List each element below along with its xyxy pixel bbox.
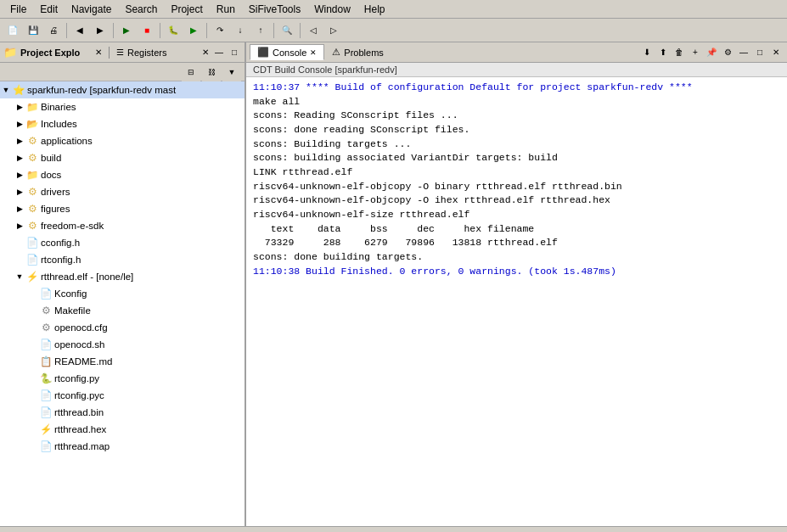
- tb-step-into[interactable]: ↓: [231, 21, 250, 40]
- menu-run[interactable]: Run: [210, 2, 242, 17]
- console-output[interactable]: 11:10:37 **** Build of configuration Def…: [246, 77, 787, 526]
- cconfig-label: cconfig.h: [41, 238, 241, 248]
- menu-navigate[interactable]: Navigate: [65, 2, 118, 17]
- tree-item-elf[interactable]: ▼ ⚡ rtthread.elf - [none/le]: [0, 268, 245, 285]
- main-container: 📁 Project Explo ✕ ☰ Registers ✕ — □ ⊟ ⛓ …: [0, 42, 787, 526]
- panel-minimize[interactable]: —: [212, 46, 226, 59]
- clear-console-btn[interactable]: 🗑: [672, 45, 687, 60]
- tb-run[interactable]: ▶: [184, 21, 203, 40]
- tb-stop[interactable]: ■: [138, 21, 156, 40]
- console-line: 11:10:37 **** Build of configuration Def…: [253, 81, 780, 95]
- tree-item-readme[interactable]: ▶ 📋 README.md: [0, 353, 245, 370]
- toolbar-sep-5: [273, 23, 274, 38]
- project-explorer-icon: 📁: [3, 46, 17, 59]
- tb-extra2[interactable]: ▷: [324, 21, 343, 40]
- tab-problems-label: Problems: [344, 48, 383, 58]
- elf-icon: ⚡: [25, 270, 39, 283]
- tree-item-rtconfigpyc[interactable]: ▶ 📄 rtconfig.pyc: [0, 387, 245, 404]
- collapse-all[interactable]: ⊟: [182, 63, 200, 81]
- tree-item-bin[interactable]: ▶ 📄 rtthread.bin: [0, 404, 245, 421]
- applications-icon: ⚙: [25, 134, 39, 148]
- toolbar-sep-4: [206, 23, 207, 38]
- tb-save[interactable]: 💾: [24, 21, 42, 40]
- drivers-label: drivers: [41, 187, 241, 197]
- project-explorer-close[interactable]: ✕: [95, 48, 102, 57]
- tree-item-docs[interactable]: ▶ 📁 docs: [0, 166, 245, 183]
- console-close[interactable]: ✕: [768, 45, 784, 60]
- tree-item-binaries[interactable]: ▶ 📁 Binaries: [0, 98, 245, 115]
- tb-next[interactable]: ▶: [91, 21, 110, 40]
- link-editor[interactable]: ⛓: [202, 63, 221, 81]
- tb-print[interactable]: 🖨: [44, 21, 63, 40]
- figures-label: figures: [41, 204, 241, 214]
- registers-close[interactable]: ✕: [202, 48, 209, 57]
- hex-icon: ⚡: [39, 423, 53, 436]
- menu-file[interactable]: File: [3, 2, 33, 17]
- tree-item-makefile[interactable]: ▶ ⚙ Makefile: [0, 302, 245, 319]
- pin-btn[interactable]: 📌: [704, 45, 719, 60]
- tab-console-label: Console: [273, 48, 306, 58]
- tab-console[interactable]: ⬛ Console ✕: [250, 44, 324, 60]
- tree-item-openocdsh[interactable]: ▶ 📄 openocd.sh: [0, 336, 245, 353]
- readme-icon: 📋: [39, 355, 53, 368]
- tree-item-freedom[interactable]: ▶ ⚙ freedom-e-sdk: [0, 217, 245, 234]
- scroll-down-btn[interactable]: ⬇: [639, 45, 655, 60]
- console-titlebar: CDT Build Console [sparkfun-redv]: [246, 63, 787, 77]
- tb-extra1[interactable]: ◁: [304, 21, 323, 40]
- tree-root[interactable]: ▼ ⭐ sparkfun-redv [sparkfun-redv mast: [0, 81, 245, 98]
- menu-window[interactable]: Window: [307, 2, 357, 17]
- toolbar-dropdown[interactable]: ▼: [222, 63, 241, 81]
- tb-build[interactable]: ▶: [117, 21, 136, 40]
- freedom-arrow: ▶: [14, 220, 25, 232]
- menu-help[interactable]: Help: [357, 2, 392, 17]
- tree-item-rtconfigh[interactable]: ▶ 📄 rtconfig.h: [0, 251, 245, 268]
- tree-item-figures[interactable]: ▶ ⚙ figures: [0, 200, 245, 217]
- makefile-label: Makefile: [54, 305, 241, 316]
- main-toolbar: 📄 💾 🖨 ◀ ▶ ▶ ■ 🐛 ▶ ↷ ↓ ↑ 🔍 ◁ ▷: [0, 19, 787, 42]
- tree-item-hex[interactable]: ▶ ⚡ rtthread.hex: [0, 421, 245, 438]
- tree-item-kconfig[interactable]: ▶ 📄 Kconfig: [0, 285, 245, 302]
- scroll-up-btn[interactable]: ⬆: [655, 45, 671, 60]
- bin-icon: 📄: [39, 406, 53, 419]
- root-arrow: ▼: [0, 84, 12, 96]
- console-maximize[interactable]: □: [752, 45, 767, 60]
- drivers-icon: ⚙: [25, 185, 39, 199]
- tree-item-applications[interactable]: ▶ ⚙ applications: [0, 132, 245, 149]
- build-icon: ⚙: [25, 151, 39, 165]
- rtconfigpy-icon: 🐍: [39, 372, 53, 385]
- menu-project[interactable]: Project: [164, 2, 209, 17]
- rtconfigpy-label: rtconfig.py: [54, 373, 241, 384]
- tb-step-out[interactable]: ↑: [251, 21, 270, 40]
- tb-prev[interactable]: ◀: [70, 21, 89, 40]
- tree-item-includes[interactable]: ▶ 📂 Includes: [0, 115, 245, 132]
- tb-search[interactable]: 🔍: [278, 21, 296, 40]
- menu-sifive[interactable]: SiFiveTools: [242, 2, 307, 17]
- tree-item-map[interactable]: ▶ 📄 rtthread.map: [0, 438, 245, 455]
- menu-search[interactable]: Search: [118, 2, 164, 17]
- registers-title: Registers: [127, 48, 199, 58]
- registers-icon: ☰: [116, 48, 124, 57]
- console-icon: ⬛: [257, 47, 269, 58]
- tree-item-rtconfigpy[interactable]: ▶ 🐍 rtconfig.py: [0, 370, 245, 387]
- applications-arrow: ▶: [14, 135, 25, 147]
- tree-item-openocdcfg[interactable]: ▶ ⚙ openocd.cfg: [0, 319, 245, 336]
- tab-problems[interactable]: ⚠ Problems: [324, 44, 391, 60]
- toolbar-sep-3: [160, 23, 160, 38]
- tree-item-build[interactable]: ▶ ⚙ build: [0, 149, 245, 166]
- panel-maximize[interactable]: □: [228, 46, 241, 59]
- tb-new[interactable]: 📄: [3, 21, 22, 40]
- tree-item-cconfig[interactable]: ▶ 📄 cconfig.h: [0, 234, 245, 251]
- tree-item-drivers[interactable]: ▶ ⚙ drivers: [0, 183, 245, 200]
- console-settings[interactable]: ⚙: [720, 45, 735, 60]
- console-tab-close[interactable]: ✕: [310, 48, 317, 57]
- tb-debug[interactable]: 🐛: [164, 21, 183, 40]
- toolbar-sep-2: [113, 23, 114, 38]
- tb-step-over[interactable]: ↷: [211, 21, 229, 40]
- new-console-btn[interactable]: +: [688, 45, 703, 60]
- binaries-icon: 📁: [25, 100, 39, 114]
- drivers-arrow: ▶: [14, 186, 25, 198]
- project-toolbar: ⊟ ⛓ ▼: [0, 63, 245, 81]
- menu-edit[interactable]: Edit: [33, 2, 65, 17]
- console-minimize[interactable]: —: [736, 45, 751, 60]
- rtconfigpyc-label: rtconfig.pyc: [54, 390, 241, 400]
